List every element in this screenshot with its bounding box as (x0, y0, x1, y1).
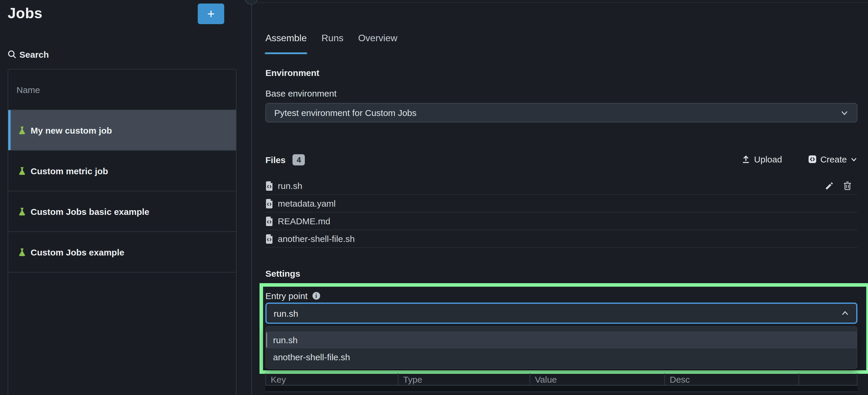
column-header-type: Type (398, 373, 530, 385)
info-icon[interactable]: i (312, 292, 320, 300)
params-table-area (266, 393, 858, 395)
jobs-page: Jobs + Search Name My new custom job (0, 0, 868, 395)
column-header-key: Key (266, 373, 398, 385)
job-name: Custom Jobs example (31, 247, 124, 257)
upload-button[interactable]: Upload (742, 154, 782, 164)
flask-icon (18, 166, 27, 175)
job-detail-panel: Assemble Runs Overview Environment Base … (252, 0, 868, 395)
params-table-row[interactable] (266, 386, 858, 392)
job-list-name-header: Name (8, 69, 236, 110)
job-name: Custom Jobs basic example (31, 206, 150, 216)
create-button[interactable]: Create (808, 154, 858, 164)
create-label: Create (820, 154, 847, 164)
job-name: Custom metric job (31, 166, 108, 176)
option-label: run.sh (273, 335, 298, 345)
entry-point-value: run.sh (274, 308, 298, 318)
settings-heading: Settings (266, 268, 300, 278)
job-row-custom-jobs-basic-example[interactable]: Custom Jobs basic example (8, 191, 236, 232)
search-toggle[interactable]: Search (8, 50, 49, 59)
file-row-another-shell-file-sh[interactable]: another-shell-file.sh (266, 230, 858, 248)
file-row-actions (825, 181, 858, 190)
tab-runs[interactable]: Runs (321, 33, 344, 53)
selected-option-indicator (266, 333, 267, 347)
file-name: run.sh (278, 181, 302, 191)
column-header-value: Value (530, 373, 665, 385)
column-header-desc: Desc (665, 373, 799, 385)
flask-icon (18, 247, 27, 256)
entry-point-combobox[interactable]: run.sh (266, 303, 858, 324)
files-count-badge: 4 (292, 154, 305, 165)
chevron-up-icon (841, 309, 849, 317)
annotation-highlight-box: Entry point i run.sh run.sh another-shel… (259, 283, 868, 374)
chevron-down-icon (840, 109, 848, 117)
code-file-icon (808, 155, 817, 164)
search-label: Search (20, 50, 49, 59)
sidebar-header: Jobs + (8, 5, 244, 28)
tab-overview[interactable]: Overview (358, 33, 397, 53)
file-row-metadata-yaml[interactable]: metadata.yaml (266, 195, 858, 213)
add-job-button[interactable]: + (198, 3, 224, 24)
params-table-header: Key Type Value Desc (266, 373, 858, 386)
file-actions: Upload Create (742, 154, 858, 164)
code-file-icon (266, 199, 273, 208)
base-environment-label: Base environment (266, 88, 337, 98)
option-label: another-shell-file.sh (273, 352, 350, 362)
entry-point-label: Entry point (266, 291, 308, 301)
entry-point-dropdown-menu: run.sh another-shell-file.sh (266, 326, 858, 369)
code-file-icon (266, 181, 273, 190)
chevron-down-icon (850, 156, 858, 163)
files-heading-row: Files 4 (266, 154, 305, 165)
search-icon (8, 50, 17, 59)
panel-top-divider (252, 2, 868, 3)
file-row-readme-md[interactable]: README.md (266, 213, 858, 230)
file-name: metadata.yaml (278, 199, 336, 208)
dropdown-option-another-shell-file-sh[interactable]: another-shell-file.sh (266, 348, 857, 366)
job-row-custom-jobs-example[interactable]: Custom Jobs example (8, 232, 236, 273)
tab-assemble[interactable]: Assemble (266, 33, 307, 53)
flask-icon (18, 126, 27, 134)
edit-pencil-icon[interactable] (825, 181, 834, 190)
base-environment-select[interactable]: Pytest environment for Custom Jobs (266, 103, 858, 122)
job-name: My new custom job (31, 125, 112, 135)
dropdown-option-run-sh[interactable]: run.sh (266, 331, 857, 348)
jobs-sidebar: Jobs + Search Name My new custom job (0, 0, 252, 395)
file-list: run.sh (266, 177, 858, 248)
files-heading: Files (266, 155, 285, 165)
environment-heading: Environment (266, 68, 319, 78)
flask-icon (18, 207, 27, 216)
code-file-icon (266, 234, 273, 243)
job-list: Name My new custom job Custom metric job… (8, 69, 237, 395)
job-row-my-new-custom-job[interactable]: My new custom job (8, 110, 236, 151)
delete-trash-icon[interactable] (843, 181, 851, 190)
file-name: README.md (278, 216, 330, 226)
upload-icon (742, 155, 751, 164)
column-header-actions (799, 373, 857, 385)
entry-point-label-row: Entry point i (266, 291, 320, 301)
code-file-icon (266, 216, 273, 226)
detail-tabs: Assemble Runs Overview (266, 33, 398, 53)
job-row-custom-metric-job[interactable]: Custom metric job (8, 151, 236, 191)
file-row-run-sh[interactable]: run.sh (266, 177, 858, 195)
file-name: another-shell-file.sh (278, 234, 355, 244)
base-environment-value: Pytest environment for Custom Jobs (274, 108, 416, 118)
upload-label: Upload (754, 154, 782, 164)
